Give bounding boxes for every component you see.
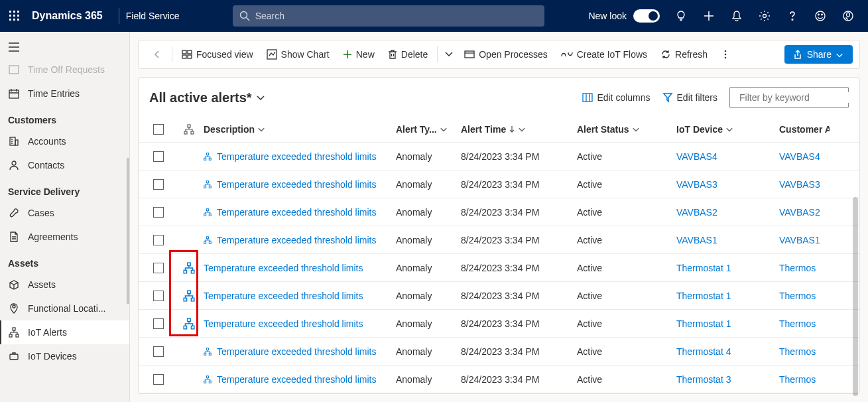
row-checkbox[interactable] bbox=[153, 207, 164, 218]
sidebar-item-contacts[interactable]: Contacts bbox=[0, 153, 129, 177]
create-iot-flows-button[interactable]: Create IoT Flows bbox=[554, 45, 654, 64]
sidebar-item-functional-locations[interactable]: Functional Locati... bbox=[0, 297, 129, 320]
column-customer-asset[interactable]: Customer A bbox=[779, 124, 830, 135]
hamburger-icon[interactable] bbox=[0, 38, 129, 58]
row-checkbox[interactable] bbox=[153, 263, 164, 273]
description-link[interactable]: Temperature exceeded threshold limits bbox=[217, 151, 376, 162]
asset-link[interactable]: Thermos bbox=[779, 346, 816, 357]
hierarchy-cell[interactable] bbox=[174, 290, 204, 302]
description-link[interactable]: Temperature exceeded threshold limits bbox=[217, 207, 376, 218]
person-icon[interactable] bbox=[835, 0, 861, 32]
hierarchy-cell[interactable] bbox=[174, 262, 204, 274]
row-checkbox[interactable] bbox=[153, 318, 164, 329]
new-button[interactable]: New bbox=[336, 45, 381, 64]
description-link[interactable]: Temperature exceeded threshold limits bbox=[204, 318, 363, 329]
column-alert-status[interactable]: Alert Status bbox=[577, 124, 676, 135]
focused-view-button[interactable]: Focused view bbox=[175, 45, 260, 64]
sidebar-item-iot-devices[interactable]: IoT Devices bbox=[0, 344, 129, 368]
table-row[interactable]: Temperature exceeded threshold limitsAno… bbox=[139, 198, 859, 226]
asset-link[interactable]: Thermos bbox=[779, 291, 816, 301]
toggle-switch-icon[interactable] bbox=[633, 9, 660, 23]
filter-keyword-box[interactable] bbox=[729, 87, 849, 108]
description-link[interactable]: Temperature exceeded threshold limits bbox=[204, 291, 363, 301]
sidebar-scrollbar[interactable] bbox=[127, 158, 129, 304]
search-input[interactable] bbox=[255, 11, 538, 21]
new-look-toggle[interactable]: New look bbox=[588, 9, 660, 23]
asset-link[interactable]: VAVBAS1 bbox=[779, 235, 820, 245]
row-checkbox[interactable] bbox=[153, 235, 164, 245]
gear-icon[interactable] bbox=[751, 0, 778, 32]
hierarchy-cell[interactable] bbox=[174, 318, 204, 330]
filter-input[interactable] bbox=[739, 92, 855, 103]
sidebar-item-time-entries[interactable]: Time Entries bbox=[0, 82, 129, 105]
sidebar-partial-item[interactable]: Time Off Requests bbox=[0, 58, 129, 82]
plus-icon[interactable] bbox=[696, 0, 722, 32]
refresh-button[interactable]: Refresh bbox=[654, 45, 714, 64]
asset-link[interactable]: Thermos bbox=[779, 374, 816, 385]
table-row[interactable]: Temperature exceeded threshold limitsAno… bbox=[139, 338, 859, 366]
row-checkbox[interactable] bbox=[153, 179, 164, 190]
help-icon[interactable] bbox=[779, 0, 806, 32]
view-selector[interactable]: All active alerts* bbox=[149, 90, 265, 105]
edit-columns-button[interactable]: Edit columns bbox=[582, 92, 650, 103]
asset-link[interactable]: Thermos bbox=[779, 318, 816, 329]
table-row[interactable]: Temperature exceeded threshold limitsAno… bbox=[139, 254, 859, 282]
asset-link[interactable]: VAVBAS3 bbox=[779, 179, 820, 190]
sidebar-item-iot-alerts[interactable]: IoT Alerts bbox=[0, 320, 129, 344]
sidebar-item-assets[interactable]: Assets bbox=[0, 273, 129, 297]
lightbulb-icon[interactable] bbox=[668, 0, 694, 32]
sidebar-item-accounts[interactable]: Accounts bbox=[0, 129, 129, 153]
row-checkbox[interactable] bbox=[153, 151, 164, 162]
description-link[interactable]: Temperature exceeded threshold limits bbox=[217, 374, 376, 385]
brand-name[interactable]: Dynamics 365 bbox=[32, 10, 103, 22]
device-link[interactable]: VAVBAS1 bbox=[676, 235, 717, 245]
table-row[interactable]: Temperature exceeded threshold limitsAno… bbox=[139, 310, 859, 338]
show-chart-button[interactable]: Show Chart bbox=[260, 45, 336, 64]
table-row[interactable]: Temperature exceeded threshold limitsAno… bbox=[139, 366, 859, 393]
table-row[interactable]: Temperature exceeded threshold limitsAno… bbox=[139, 143, 859, 170]
device-link[interactable]: Thermostat 4 bbox=[676, 346, 731, 357]
table-row[interactable]: Temperature exceeded threshold limitsAno… bbox=[139, 282, 859, 310]
device-link[interactable]: Thermostat 1 bbox=[676, 263, 731, 273]
delete-button[interactable]: Delete bbox=[381, 45, 434, 64]
asset-link[interactable]: VAVBAS2 bbox=[779, 207, 820, 218]
asset-link[interactable]: Thermos bbox=[779, 263, 816, 273]
row-checkbox[interactable] bbox=[153, 346, 164, 357]
sidebar-item-cases[interactable]: Cases bbox=[0, 201, 129, 225]
table-row[interactable]: Temperature exceeded threshold limitsAno… bbox=[139, 226, 859, 254]
app-launcher-icon[interactable] bbox=[7, 8, 23, 24]
overflow-button[interactable] bbox=[714, 45, 737, 64]
asset-link[interactable]: VAVBAS4 bbox=[779, 151, 820, 162]
cmd-label: New bbox=[356, 49, 375, 60]
scrollbar[interactable] bbox=[853, 197, 858, 396]
global-search[interactable] bbox=[233, 5, 544, 27]
description-link[interactable]: Temperature exceeded threshold limits bbox=[204, 263, 363, 273]
back-button[interactable] bbox=[145, 45, 169, 64]
bell-icon[interactable] bbox=[723, 0, 750, 32]
smiley-icon[interactable] bbox=[807, 0, 834, 32]
delete-dropdown[interactable] bbox=[440, 49, 458, 60]
description-link[interactable]: Temperature exceeded threshold limits bbox=[217, 235, 376, 245]
select-all-checkbox[interactable] bbox=[153, 124, 164, 135]
row-checkbox[interactable] bbox=[153, 374, 164, 385]
column-alert-type[interactable]: Alert Ty... bbox=[396, 124, 461, 135]
column-description[interactable]: Description bbox=[204, 124, 396, 135]
description-link[interactable]: Temperature exceeded threshold limits bbox=[217, 179, 376, 190]
column-alert-time[interactable]: Alert Time bbox=[461, 124, 577, 135]
column-iot-device[interactable]: IoT Device bbox=[676, 124, 779, 135]
hierarchy-header-icon[interactable] bbox=[184, 124, 194, 135]
row-checkbox[interactable] bbox=[153, 291, 164, 301]
app-name[interactable]: Field Service bbox=[126, 11, 180, 21]
open-processes-button[interactable]: Open Processes bbox=[458, 45, 554, 64]
device-link[interactable]: VAVBAS3 bbox=[676, 179, 717, 190]
description-link[interactable]: Temperature exceeded threshold limits bbox=[217, 346, 376, 357]
sidebar-item-agreements[interactable]: Agreements bbox=[0, 225, 129, 249]
table-row[interactable]: Temperature exceeded threshold limitsAno… bbox=[139, 170, 859, 198]
edit-filters-button[interactable]: Edit filters bbox=[662, 92, 717, 103]
device-link[interactable]: Thermostat 1 bbox=[676, 318, 731, 329]
share-button[interactable]: Share bbox=[784, 45, 853, 64]
device-link[interactable]: VAVBAS2 bbox=[676, 207, 717, 218]
device-link[interactable]: VAVBAS4 bbox=[676, 151, 717, 162]
device-link[interactable]: Thermostat 1 bbox=[676, 291, 731, 301]
device-link[interactable]: Thermostat 3 bbox=[676, 374, 731, 385]
